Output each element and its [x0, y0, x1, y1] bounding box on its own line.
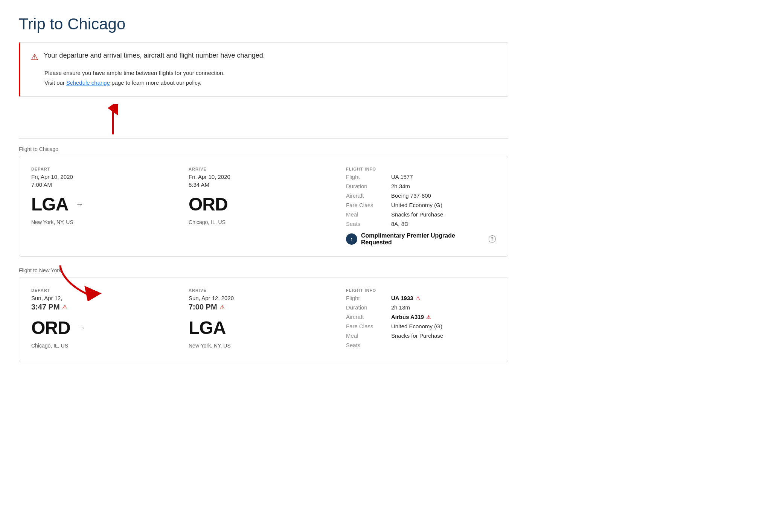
flight1-info-col: FLIGHT INFO Flight UA 1577 Duration 2h 3…: [346, 167, 496, 246]
flight2-meal-row: Meal Snacks for Purchase: [346, 332, 496, 339]
flight1-arrive-col: ARRIVE Fri, Apr 10, 2020 8:34 AM ORD Chi…: [189, 167, 338, 246]
flight1-section-label: Flight to Chicago: [19, 146, 508, 152]
flight2-duration-value: 2h 13m: [391, 304, 410, 311]
flight1-depart-city: New York, NY, US: [31, 219, 181, 225]
flight1-flight-row: Flight UA 1577: [346, 174, 496, 180]
flight2-flight-warning-icon: ⚠: [416, 295, 421, 301]
flight2-aircraft-value: Airbus A319: [391, 314, 424, 320]
flight1-depart-code: LGA: [31, 194, 68, 215]
flight1-depart-airport-row: LGA →: [31, 194, 181, 215]
flight1-aircraft-label: Aircraft: [346, 192, 384, 199]
flight1-arrive-label: ARRIVE: [189, 167, 338, 171]
flight2-depart-date: Sun, Apr 12,: [31, 295, 181, 301]
flight1-arrive-airport-row: ORD: [189, 194, 338, 215]
flight2-flight-row: Flight UA 1933 ⚠: [346, 295, 496, 301]
flight2-arrive-col: ARRIVE Sun, Apr 12, 2020 7:00 PM ⚠ LGA N…: [189, 288, 338, 351]
flight2-duration-row: Duration 2h 13m: [346, 304, 496, 311]
flight1-duration-label: Duration: [346, 183, 384, 189]
flight2-depart-col: DEPART Sun, Apr 12, 3:47 PM ⚠ ORD → Chic…: [31, 288, 181, 351]
flight1-fareclass-label: Fare Class: [346, 202, 384, 208]
flight1-seats-label: Seats: [346, 221, 384, 227]
arrow-up-annotation: [105, 104, 120, 134]
flight2-arrive-code: LGA: [189, 317, 226, 338]
help-icon[interactable]: ?: [489, 235, 496, 243]
flight1-depart-col: DEPART Fri, Apr 10, 2020 7:00 AM LGA → N…: [31, 167, 181, 246]
flight2-fareclass-row: Fare Class United Economy (G): [346, 323, 496, 329]
flight2-arrive-city: New York, NY, US: [189, 343, 338, 349]
flight1-seats-row: Seats 8A, 8D: [346, 221, 496, 227]
upgrade-text: Complimentary Premier Upgrade Requested: [361, 232, 483, 246]
flight2-info-label: FLIGHT INFO: [346, 288, 496, 293]
flight1-aircraft-value: Boeing 737-800: [391, 192, 431, 199]
flight2-depart-airport-row: ORD →: [31, 317, 181, 338]
flight2-aircraft-row: Aircraft Airbus A319 ⚠: [346, 314, 496, 320]
flight1-info-label: FLIGHT INFO: [346, 167, 496, 171]
flight2-flight-value: UA 1933: [391, 295, 413, 301]
flight2-fareclass-value: United Economy (G): [391, 323, 442, 329]
alert-main-message: Your departure and arrival times, aircra…: [44, 52, 265, 59]
flight2-info-col: FLIGHT INFO Flight UA 1933 ⚠ Duration 2h…: [346, 288, 496, 351]
upgrade-icon: ↑: [346, 233, 357, 245]
flight2-arrive-time: 7:00 PM: [189, 303, 217, 311]
alert-sub-message1: Please ensure you have ample time betwee…: [44, 68, 497, 78]
flight2-seats-row: Seats: [346, 342, 496, 348]
flight2-arrive-airport-row: LGA: [189, 317, 338, 338]
flight1-meal-row: Meal Snacks for Purchase: [346, 211, 496, 218]
flight1-depart-time: 7:00 AM: [31, 181, 181, 188]
alert-body: Please ensure you have ample time betwee…: [31, 68, 497, 87]
flight2-arrive-date: Sun, Apr 12, 2020: [189, 295, 338, 301]
flight2-depart-city: Chicago, IL, US: [31, 343, 181, 349]
flight1-card: DEPART Fri, Apr 10, 2020 7:00 AM LGA → N…: [19, 156, 508, 257]
alert-sub-message2: Visit our Schedule change page to learn …: [44, 78, 497, 88]
flight1-fareclass-value: United Economy (G): [391, 202, 442, 208]
flight2-depart-label: DEPART: [31, 288, 181, 293]
flight2-section-wrapper: Flight to New York DEPART Sun, Apr 12, 3…: [19, 267, 508, 362]
flight1-duration-row: Duration 2h 34m: [346, 183, 496, 189]
flight1-flight-value: UA 1577: [391, 174, 413, 180]
flight2-seats-label: Seats: [346, 342, 384, 348]
flight1-meal-label: Meal: [346, 211, 384, 218]
flight1-meal-value: Snacks for Purchase: [391, 211, 443, 218]
flight2-depart-warning-icon: ⚠: [62, 303, 67, 311]
flight1-depart-label: DEPART: [31, 167, 181, 171]
flight2-meal-value: Snacks for Purchase: [391, 332, 443, 339]
flight1-duration-value: 2h 34m: [391, 183, 410, 189]
alert-box: ⚠ Your departure and arrival times, airc…: [19, 42, 508, 97]
alert-header: ⚠ Your departure and arrival times, airc…: [31, 52, 497, 62]
flight2-arrive-label: ARRIVE: [189, 288, 338, 293]
flight2-arrive-warning-icon: ⚠: [219, 303, 225, 311]
flight1-arrive-code: ORD: [189, 194, 228, 215]
flight2-fareclass-label: Fare Class: [346, 323, 384, 329]
flight2-meal-label: Meal: [346, 332, 384, 339]
flight2-direction-arrow: →: [78, 323, 85, 332]
page-title: Trip to Chicago: [19, 15, 508, 33]
flight1-aircraft-row: Aircraft Boeing 737-800: [346, 192, 496, 199]
flight2-card: DEPART Sun, Apr 12, 3:47 PM ⚠ ORD → Chic…: [19, 277, 508, 362]
flight1-arrive-date: Fri, Apr 10, 2020: [189, 174, 338, 180]
section-divider: [19, 138, 508, 139]
flight1-fareclass-row: Fare Class United Economy (G): [346, 202, 496, 208]
flight2-depart-time: 3:47 PM: [31, 303, 60, 311]
flight1-direction-arrow: →: [76, 200, 83, 209]
flight1-seats-value: 8A, 8D: [391, 221, 408, 227]
flight2-aircraft-label: Aircraft: [346, 314, 384, 320]
flight2-flight-label: Flight: [346, 295, 384, 301]
upgrade-badge: ↑ Complimentary Premier Upgrade Requeste…: [346, 232, 496, 246]
flight1-depart-date: Fri, Apr 10, 2020: [31, 174, 181, 180]
warning-icon: ⚠: [31, 52, 38, 62]
flight1-arrive-time: 8:34 AM: [189, 181, 338, 188]
flight1-arrive-city: Chicago, IL, US: [189, 219, 338, 225]
flight2-section-label: Flight to New York: [19, 267, 508, 273]
flight2-depart-code: ORD: [31, 317, 70, 338]
flight1-flight-label: Flight: [346, 174, 384, 180]
flight2-aircraft-warning-icon: ⚠: [426, 314, 431, 320]
flight2-duration-label: Duration: [346, 304, 384, 311]
schedule-change-link[interactable]: Schedule change: [66, 79, 110, 86]
